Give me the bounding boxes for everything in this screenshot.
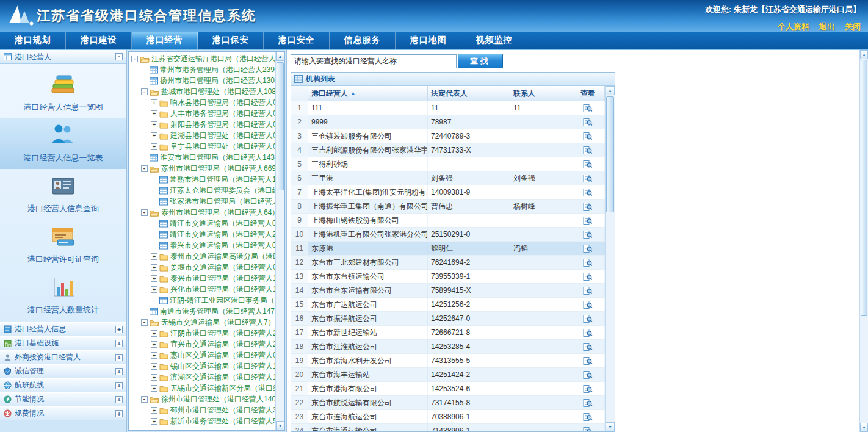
collapse-toggle-icon[interactable]: -: [141, 319, 148, 326]
table-row[interactable]: 10上海港机重工有限公司张家港分公司25150291-0: [291, 228, 605, 242]
scrollbar-thumb[interactable]: [606, 96, 614, 212]
column-header[interactable]: 查看: [571, 86, 605, 101]
table-scrollbar[interactable]: ▲ ▼: [605, 86, 615, 431]
expand-icon[interactable]: +: [115, 396, 123, 403]
tree-node[interactable]: +射阳县港务管理局（港口经营人0）: [129, 119, 275, 130]
collapse-toggle-icon[interactable]: -: [141, 165, 148, 172]
sidebar-panel-operator-info[interactable]: 港口经营人信息+: [0, 322, 126, 336]
sidebar-item[interactable]: 港口经营人数量统计: [0, 270, 126, 321]
table-row[interactable]: 3三仓镇装卸服务有限公司72440789-3: [291, 129, 605, 143]
tree-node[interactable]: +泰州市交通运输局高港分局（港口经: [129, 251, 275, 262]
tree-node[interactable]: 扬州市港口管理局（港口经营人130）: [129, 75, 275, 86]
tree-scrollbar[interactable]: ▲ ▼: [275, 52, 284, 430]
tree-node[interactable]: -泰州市港口管理局（港口经营人64）: [129, 207, 275, 218]
tree-node[interactable]: 常州市港务管理局（港口经营人239）: [129, 64, 275, 75]
view-record-icon[interactable]: [583, 300, 593, 309]
nav-tab[interactable]: 港口规划: [0, 32, 66, 49]
view-record-icon[interactable]: [583, 174, 593, 183]
view-record-icon[interactable]: [583, 146, 593, 155]
nav-tab[interactable]: 视频监控: [461, 32, 527, 49]
tree-node[interactable]: -徐州市港口管理处（港口经营人140）: [129, 394, 275, 405]
view-record-icon[interactable]: [583, 412, 593, 422]
collapse-toggle-icon[interactable]: -: [131, 56, 138, 62]
page-scrollbar[interactable]: ▲ ▼: [859, 50, 868, 432]
table-row[interactable]: 7上海太平洋化工(集团)淮安元明粉有...14009381-9: [291, 185, 605, 200]
view-record-icon[interactable]: [583, 427, 593, 432]
column-header[interactable]: 法定代表人: [428, 86, 510, 101]
sidebar-panel-flight-routes[interactable]: 航班航线+: [0, 378, 126, 392]
column-header[interactable]: 联系人: [510, 86, 571, 101]
table-row[interactable]: 15东台市广达航运公司14251256-2: [291, 298, 605, 312]
search-input[interactable]: [291, 54, 457, 68]
tree-node[interactable]: +锡山区交通运输局（港口经营人1）: [129, 361, 275, 372]
expand-icon[interactable]: +: [115, 410, 123, 417]
scroll-up-icon[interactable]: ▲: [276, 52, 284, 61]
table-row[interactable]: 17东台市新世纪运输站72666721-8: [291, 326, 605, 340]
tree-node[interactable]: +姜堰市交通运输局（港口经营人0）: [129, 262, 275, 273]
expand-toggle-icon[interactable]: +: [151, 110, 157, 117]
sidebar-item[interactable]: 港口经营许可证查询: [0, 220, 126, 270]
table-row[interactable]: 21东台市港海有限公司14253524-6: [291, 382, 605, 396]
expand-toggle-icon[interactable]: +: [151, 132, 157, 139]
expand-toggle-icon[interactable]: +: [151, 143, 157, 150]
tree-node[interactable]: +邳州市港口管理处（港口经营人36）: [129, 405, 275, 416]
view-record-icon[interactable]: [583, 258, 593, 267]
view-record-icon[interactable]: [583, 216, 593, 225]
sidebar-panel-fees[interactable]: 规费情况+: [0, 406, 126, 420]
collapse-toggle-icon[interactable]: -: [141, 209, 148, 216]
tree-node[interactable]: 南通市港务管理局（港口经营人147）: [129, 306, 275, 317]
table-row[interactable]: 19东台市沿海水利开发公司74313555-5: [291, 354, 605, 368]
view-record-icon[interactable]: [583, 398, 593, 408]
scroll-up-icon[interactable]: ▲: [860, 50, 868, 59]
table-row[interactable]: 24东台市海通运输公司71438906-1: [291, 424, 605, 431]
expand-toggle-icon[interactable]: +: [151, 363, 157, 370]
view-record-icon[interactable]: [583, 356, 593, 365]
expand-icon[interactable]: +: [115, 340, 123, 347]
table-row[interactable]: 12东台市三北郊建材有限公司76241694-2: [291, 256, 605, 270]
table-row[interactable]: 16东台市振洋航运公司14252647-0: [291, 312, 605, 326]
sidebar-panel-foreign-investment[interactable]: 外商投资港口经营人+: [0, 350, 126, 364]
tree-node[interactable]: 常熟市港口管理局（港口经营人127: [129, 174, 275, 185]
expand-toggle-icon[interactable]: +: [151, 374, 157, 381]
column-header[interactable]: 港口经营人▲: [308, 86, 428, 101]
tree-node[interactable]: 淮安市港口管理局（港口经营人143）: [129, 152, 275, 163]
expand-toggle-icon[interactable]: +: [151, 99, 157, 106]
sidebar-panel-credit-management[interactable]: 诚信管理+: [0, 364, 126, 378]
sidebar-item[interactable]: 港口经营人信息一览图: [0, 68, 126, 118]
expand-icon[interactable]: +: [115, 326, 123, 333]
column-header[interactable]: [291, 86, 308, 101]
header-link[interactable]: 退出: [819, 22, 835, 31]
view-record-icon[interactable]: [583, 104, 593, 113]
tree-node[interactable]: +江阴市港口管理局（港口经营人2）: [129, 328, 275, 339]
expand-icon[interactable]: +: [115, 368, 123, 375]
table-row[interactable]: 9上海梅山钢铁股份有限公司: [291, 214, 605, 228]
expand-toggle-icon[interactable]: +: [151, 253, 157, 260]
expand-toggle-icon[interactable]: +: [151, 407, 157, 414]
tree-node[interactable]: -盐城市港口管理处（港口经营人108）: [129, 86, 275, 97]
table-row[interactable]: 6三里港刘备强刘备强: [291, 171, 605, 185]
table-row[interactable]: 18东台市江淮航运公司14253285-4: [291, 340, 605, 354]
tree-node[interactable]: +无锡市交通运输新区分局（港口经营: [129, 383, 275, 394]
collapse-toggle-icon[interactable]: -: [141, 88, 148, 95]
view-record-icon[interactable]: [583, 160, 593, 169]
view-record-icon[interactable]: [583, 384, 593, 394]
tree-node[interactable]: -苏州市港口管理局（港口经营人669）: [129, 163, 275, 174]
view-record-icon[interactable]: [583, 230, 593, 239]
view-record-icon[interactable]: [583, 202, 593, 211]
view-record-icon[interactable]: [583, 132, 593, 141]
table-row[interactable]: 22东台市航悦运输有限公司73174155-8: [291, 396, 605, 410]
tree-node[interactable]: +建湖县港口管理处（港口经营人0）: [129, 130, 275, 141]
sidebar-panel-header[interactable]: 港口经营人 -: [0, 50, 126, 64]
tree-node[interactable]: +兴化市港口管理局（港口经营人1）: [129, 284, 275, 295]
expand-icon[interactable]: +: [115, 354, 123, 361]
tree-node[interactable]: +响水县港口管理局（港口经营人0）: [129, 97, 275, 108]
nav-tab[interactable]: 港口地图: [396, 32, 461, 49]
scrollbar-thumb[interactable]: [277, 62, 284, 190]
expand-toggle-icon[interactable]: +: [151, 286, 157, 293]
table-row[interactable]: 8上海振华重工集团（南通）有限公司曹伟忠杨树峰: [291, 200, 605, 214]
tree-node[interactable]: -江苏省交通运输厅港口局（港口经营人200: [129, 53, 275, 64]
nav-tab[interactable]: 港口建设: [66, 32, 132, 49]
expand-toggle-icon[interactable]: +: [151, 264, 157, 271]
table-row[interactable]: 14东台市台东运输有限公司75899415-X: [291, 284, 605, 298]
view-record-icon[interactable]: [583, 370, 593, 380]
